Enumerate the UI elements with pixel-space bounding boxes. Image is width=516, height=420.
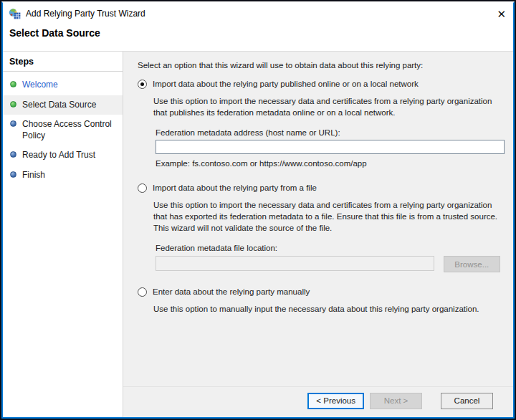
option-label: Import data about the relying party publ… <box>153 80 419 88</box>
step-item-choose-access-control-policy: Choose Access Control Policy <box>3 115 123 145</box>
steps-heading: Steps <box>3 52 123 72</box>
radio-enter-manually[interactable] <box>138 287 147 297</box>
steps-list: Welcome Select Data Source Choose Access… <box>3 72 123 186</box>
next-button[interactable]: Next > <box>370 393 422 409</box>
close-icon[interactable]: ✕ <box>487 6 506 22</box>
option-label: Enter data about the relying party manua… <box>153 287 310 296</box>
step-done-bullet-icon <box>10 101 16 108</box>
title-bar: Add Relying Party Trust Wizard ✕ <box>3 3 513 23</box>
metadata-address-label: Federation metadata address (host name o… <box>156 128 500 137</box>
relying-party-trust-icon <box>9 8 21 20</box>
step-todo-bullet-icon <box>10 151 16 158</box>
metadata-address-input[interactable] <box>156 140 505 154</box>
metadata-file-input <box>156 256 434 271</box>
window-accent-frame: Add Relying Party Trust Wizard ✕ Select … <box>1 1 515 419</box>
content-pane: Select an option that this wizard will u… <box>123 52 513 417</box>
wizard-button-bar: < Previous Next > Cancel <box>123 386 513 417</box>
step-done-bullet-icon <box>10 81 16 87</box>
option-import-file[interactable]: Import data about the relying party from… <box>138 183 500 193</box>
cancel-button[interactable]: Cancel <box>441 393 493 409</box>
option-description: Use this option to manually input the ne… <box>153 303 500 315</box>
steps-sidebar: Steps Welcome Select Data Source Choose … <box>3 52 123 417</box>
page-title: Select Data Source <box>3 23 513 52</box>
option-description: Use this option to import the necessary … <box>153 95 500 118</box>
option-enter-manually[interactable]: Enter data about the relying party manua… <box>138 287 500 297</box>
step-item-select-data-source: Select Data Source <box>3 95 123 115</box>
step-item-ready-to-add-trust: Ready to Add Trust <box>3 145 123 166</box>
step-item-finish: Finish <box>3 166 123 186</box>
radio-import-online[interactable] <box>138 80 147 89</box>
step-item-welcome: Welcome <box>3 75 123 95</box>
browse-button[interactable]: Browse... <box>444 256 500 272</box>
previous-button[interactable]: < Previous <box>307 393 364 409</box>
option-description: Use this option to import the necessary … <box>153 199 500 234</box>
option-import-online[interactable]: Import data about the relying party publ… <box>138 80 500 89</box>
metadata-file-label: Federation metadata file location: <box>156 244 500 252</box>
step-todo-bullet-icon <box>10 120 16 127</box>
intro-text: Select an option that this wizard will u… <box>138 61 500 70</box>
metadata-address-example: Example: fs.contoso.com or https://www.c… <box>156 159 500 168</box>
step-todo-bullet-icon <box>10 171 16 178</box>
wizard-window: Add Relying Party Trust Wizard ✕ Select … <box>0 0 516 420</box>
radio-import-file[interactable] <box>138 183 147 193</box>
option-label: Import data about the relying party from… <box>153 183 317 192</box>
window-title: Add Relying Party Trust Wizard <box>26 9 145 19</box>
